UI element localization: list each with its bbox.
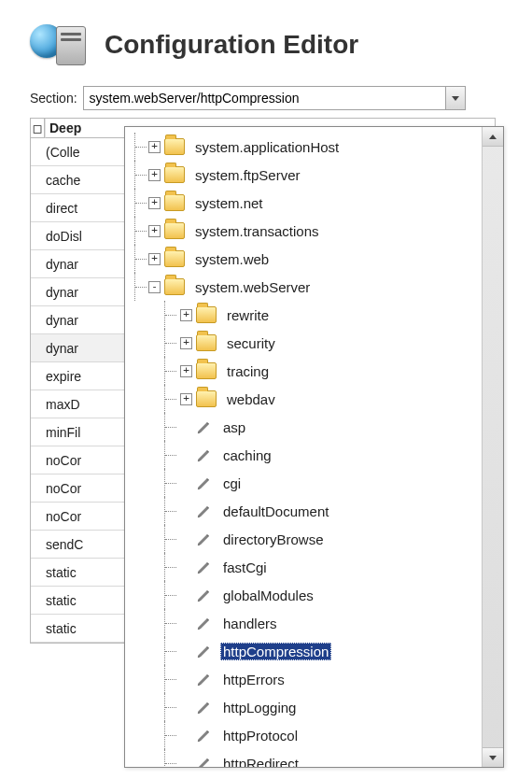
tree-item-label: httpCompression: [220, 643, 331, 660]
tree-folder[interactable]: +webdav: [127, 385, 482, 413]
grid-row-name: direct: [31, 194, 125, 222]
tree-item-label: system.web: [192, 250, 272, 268]
grid-row-name: (Colle: [31, 138, 125, 166]
pencil-icon: [196, 418, 213, 435]
scroll-up-button[interactable]: [483, 127, 503, 147]
tree-item-label: tracing: [224, 362, 272, 380]
section-tree-dropdown: +system.applicationHost+system.ftpServer…: [124, 126, 504, 768]
tree-item-label: caching: [220, 446, 274, 464]
tree-folder[interactable]: +system.transactions: [127, 217, 482, 245]
expand-icon[interactable]: +: [148, 197, 161, 209]
tree-leaf[interactable]: handlers: [127, 609, 482, 637]
page-title: Configuration Editor: [105, 30, 358, 60]
pencil-icon: [196, 699, 213, 715]
pencil-icon: [196, 671, 213, 687]
tree-item-label: globalModules: [220, 587, 316, 604]
tree-leaf[interactable]: httpProtocol: [127, 721, 482, 749]
expand-icon[interactable]: +: [180, 337, 192, 349]
tree-leaf[interactable]: defaultDocument: [127, 497, 482, 525]
grid-row-name: static: [31, 587, 125, 615]
tree-folder[interactable]: +security: [127, 329, 482, 357]
tree-item-label: asp: [220, 418, 248, 436]
grid-row-name: noCor: [31, 503, 125, 531]
tree-item-label: httpRedirect: [220, 755, 301, 768]
tree-item-label: system.applicationHost: [192, 138, 342, 156]
tree-item-label: defaultDocument: [220, 503, 331, 520]
tree-connector: [180, 702, 190, 713]
config-editor-icon: [30, 22, 90, 67]
tree-item-label: system.net: [192, 194, 266, 212]
folder-icon: [196, 362, 217, 379]
tree-folder[interactable]: -system.webServer: [127, 273, 482, 301]
tree-item-label: rewrite: [224, 306, 272, 324]
tree-connector: [180, 590, 190, 601]
tree-leaf[interactable]: httpRedirect: [127, 749, 482, 767]
grid-row-name: dynar: [31, 250, 125, 278]
tree-folder[interactable]: +system.ftpServer: [127, 161, 482, 189]
tree-connector: [180, 562, 190, 573]
tree-connector: [180, 422, 190, 432]
tree-leaf[interactable]: httpErrors: [127, 665, 482, 693]
pencil-icon: [196, 559, 213, 575]
tree-leaf[interactable]: asp: [127, 413, 482, 441]
pencil-icon: [196, 587, 213, 603]
tree-folder[interactable]: +rewrite: [127, 301, 482, 329]
tree-item-label: httpProtocol: [220, 727, 301, 744]
folder-icon: [196, 306, 217, 323]
pencil-icon: [196, 503, 213, 519]
expand-icon[interactable]: +: [148, 141, 161, 153]
tree-connector: [180, 618, 190, 629]
grid-row-name: static: [31, 615, 125, 643]
tree-connector: [180, 730, 190, 741]
chevron-down-icon: [489, 756, 497, 760]
tree-item-label: fastCgi: [220, 559, 270, 576]
tree-folder[interactable]: +system.net: [127, 189, 482, 217]
tree-folder[interactable]: +system.web: [127, 245, 482, 273]
tree-leaf[interactable]: directoryBrowse: [127, 525, 482, 553]
pencil-icon: [196, 474, 213, 491]
tree-leaf[interactable]: globalModules: [127, 581, 482, 609]
section-dropdown-button[interactable]: [446, 86, 466, 110]
grid-collapse-toggle[interactable]: □: [31, 119, 45, 138]
expand-icon[interactable]: +: [180, 309, 192, 321]
grid-row-name: doDisl: [31, 222, 125, 250]
grid-row-name: dynar: [31, 278, 125, 306]
grid-row-name: noCor: [31, 446, 125, 474]
tree-connector: [180, 450, 190, 460]
scroll-down-button[interactable]: [483, 747, 503, 767]
expand-icon[interactable]: +: [148, 253, 161, 265]
chevron-down-icon: [452, 96, 459, 101]
tree-leaf[interactable]: httpLogging: [127, 693, 482, 721]
pencil-icon: [196, 643, 213, 659]
tree-item-label: directoryBrowse: [220, 531, 327, 548]
expand-icon[interactable]: +: [148, 225, 161, 237]
folder-icon: [164, 250, 185, 267]
tree-item-label: system.webServer: [192, 278, 313, 296]
pencil-icon: [196, 531, 213, 547]
folder-icon: [196, 390, 217, 407]
folder-icon: [164, 138, 185, 155]
folder-icon: [164, 222, 185, 239]
tree-leaf[interactable]: caching: [127, 441, 482, 469]
tree-folder[interactable]: +tracing: [127, 357, 482, 385]
tree-connector: [180, 646, 190, 657]
section-input[interactable]: [83, 86, 446, 110]
tree-connector: [180, 758, 190, 768]
tree-leaf[interactable]: fastCgi: [127, 553, 482, 581]
grid-row-name: expire: [31, 362, 125, 390]
tree-leaf[interactable]: httpCompression: [127, 637, 482, 665]
expand-icon[interactable]: +: [180, 393, 192, 405]
scrollbar[interactable]: [482, 127, 503, 767]
expand-icon[interactable]: +: [180, 365, 192, 377]
tree-item-label: system.ftpServer: [192, 166, 303, 184]
scroll-track[interactable]: [483, 147, 503, 747]
tree-connector: [180, 674, 190, 685]
pencil-icon: [196, 615, 213, 631]
folder-icon: [196, 334, 217, 351]
grid-row-name: dynar: [31, 334, 125, 362]
tree-folder[interactable]: +system.applicationHost: [127, 133, 482, 161]
tree-connector: [180, 478, 190, 489]
expand-icon[interactable]: +: [148, 169, 161, 181]
tree-leaf[interactable]: cgi: [127, 469, 482, 497]
collapse-icon[interactable]: -: [148, 281, 161, 293]
